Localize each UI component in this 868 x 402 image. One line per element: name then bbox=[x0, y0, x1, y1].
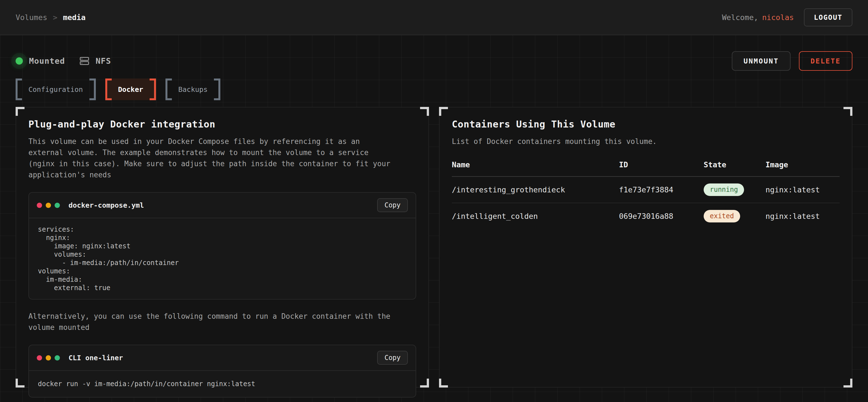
column-header-image: Image bbox=[766, 160, 840, 176]
compose-copy-button[interactable]: Copy bbox=[377, 198, 408, 212]
mount-status-label: Mounted bbox=[29, 56, 65, 66]
main-content: Mounted NFS UNMOUNT DELETE Con bbox=[0, 35, 868, 402]
traffic-green-icon bbox=[55, 355, 60, 361]
unmount-button[interactable]: UNMOUNT bbox=[732, 51, 790, 71]
container-image: nginx:latest bbox=[766, 179, 840, 201]
code-line: image: nginx:latest bbox=[38, 242, 407, 250]
panel-corner-icon bbox=[843, 379, 852, 388]
breadcrumb: Volumes > media bbox=[16, 13, 86, 22]
traffic-red-icon bbox=[37, 203, 42, 208]
traffic-green-icon bbox=[55, 203, 60, 208]
panel-corner-icon bbox=[420, 107, 429, 116]
compose-code-body: services: nginx: image: nginx:latest vol… bbox=[29, 218, 415, 299]
panel-corner-icon bbox=[843, 107, 852, 116]
mount-status: Mounted bbox=[16, 56, 65, 66]
containers-panel-description: List of Docker containers mounting this … bbox=[452, 136, 814, 147]
status-group: Mounted NFS bbox=[16, 56, 111, 66]
containers-table: Name ID State Image /interesting_grothen… bbox=[452, 160, 840, 229]
code-line: volumes: bbox=[38, 267, 407, 275]
top-header: Volumes > media Welcome,nicolas LOGOUT bbox=[0, 0, 868, 35]
status-badge: running bbox=[704, 183, 744, 196]
panel-row: Plug-and-play Docker integration This vo… bbox=[16, 107, 852, 388]
cli-filename: CLI one-liner bbox=[68, 354, 123, 362]
column-header-state: State bbox=[704, 160, 766, 176]
docker-panel-title: Plug-and-play Docker integration bbox=[28, 119, 416, 130]
code-line: im-media: bbox=[38, 275, 407, 284]
code-line: external: true bbox=[38, 284, 407, 292]
cli-alternative-text: Alternatively, you can use the following… bbox=[28, 311, 391, 333]
container-state: exited bbox=[704, 203, 766, 229]
containers-panel: Containers Using This Volume List of Doc… bbox=[439, 107, 852, 388]
table-row: /interesting_grothendieck f1e73e7f3884 r… bbox=[452, 177, 840, 203]
code-line: nginx: bbox=[38, 234, 407, 242]
compose-filename: docker-compose.yml bbox=[68, 201, 144, 209]
code-line: volumes: bbox=[38, 250, 407, 259]
panel-corner-icon bbox=[16, 107, 25, 116]
cli-command: docker run -v im-media:/path/in/containe… bbox=[38, 380, 407, 388]
cli-copy-button[interactable]: Copy bbox=[377, 351, 408, 365]
container-name: /intelligent_colden bbox=[452, 205, 619, 227]
docker-panel-description: This volume can be used in your Docker C… bbox=[28, 136, 391, 180]
table-row: /intelligent_colden 069e73016a88 exited … bbox=[452, 203, 840, 229]
status-badge: exited bbox=[704, 210, 740, 223]
table-header-row: Name ID State Image bbox=[452, 160, 840, 177]
cli-code-body: docker run -v im-media:/path/in/containe… bbox=[29, 371, 415, 397]
tab-docker[interactable]: Docker bbox=[105, 78, 156, 100]
logout-button[interactable]: LOGOUT bbox=[804, 8, 852, 27]
panel-corner-icon bbox=[439, 379, 448, 388]
traffic-red-icon bbox=[37, 355, 42, 361]
compose-code-block: docker-compose.yml Copy services: nginx:… bbox=[28, 192, 416, 300]
breadcrumb-volumes-link[interactable]: Volumes bbox=[16, 13, 48, 22]
docker-integration-panel: Plug-and-play Docker integration This vo… bbox=[16, 107, 429, 388]
tab-configuration[interactable]: Configuration bbox=[16, 78, 96, 100]
container-id: 069e73016a88 bbox=[619, 205, 704, 227]
page: Volumes > media Welcome,nicolas LOGOUT M… bbox=[0, 0, 868, 402]
delete-button[interactable]: DELETE bbox=[799, 51, 852, 71]
traffic-amber-icon bbox=[46, 203, 51, 208]
volume-actions: UNMOUNT DELETE bbox=[732, 51, 852, 71]
panel-corner-icon bbox=[439, 107, 448, 116]
panel-corner-icon bbox=[420, 379, 429, 388]
welcome-prefix: Welcome, bbox=[722, 13, 758, 22]
breadcrumb-separator-icon: > bbox=[53, 13, 57, 22]
compose-code-header: docker-compose.yml Copy bbox=[29, 193, 415, 218]
code-line: - im-media:/path/in/container bbox=[38, 259, 407, 267]
containers-panel-title: Containers Using This Volume bbox=[452, 119, 840, 130]
container-id: f1e73e7f3884 bbox=[619, 179, 704, 201]
username: nicolas bbox=[762, 13, 794, 22]
volume-toolbar: Mounted NFS UNMOUNT DELETE bbox=[16, 51, 852, 71]
tab-bar: Configuration Docker Backups bbox=[16, 78, 852, 100]
code-line: services: bbox=[38, 225, 407, 234]
traffic-amber-icon bbox=[46, 355, 51, 361]
server-icon bbox=[80, 56, 89, 66]
header-right: Welcome,nicolas LOGOUT bbox=[722, 8, 852, 27]
cli-code-header: CLI one-liner Copy bbox=[29, 345, 415, 371]
container-image: nginx:latest bbox=[766, 205, 840, 227]
column-header-name: Name bbox=[452, 160, 619, 176]
mounted-dot-icon bbox=[16, 57, 23, 65]
column-header-id: ID bbox=[619, 160, 704, 176]
driver-label: NFS bbox=[96, 56, 111, 66]
welcome-text: Welcome,nicolas bbox=[722, 13, 794, 22]
panel-corner-icon bbox=[16, 379, 25, 388]
driver-status: NFS bbox=[80, 56, 111, 66]
breadcrumb-current-volume: media bbox=[63, 13, 86, 22]
cli-code-block: CLI one-liner Copy docker run -v im-medi… bbox=[28, 345, 416, 398]
container-state: running bbox=[704, 177, 766, 203]
container-name: /interesting_grothendieck bbox=[452, 179, 619, 201]
tab-backups[interactable]: Backups bbox=[165, 78, 220, 100]
